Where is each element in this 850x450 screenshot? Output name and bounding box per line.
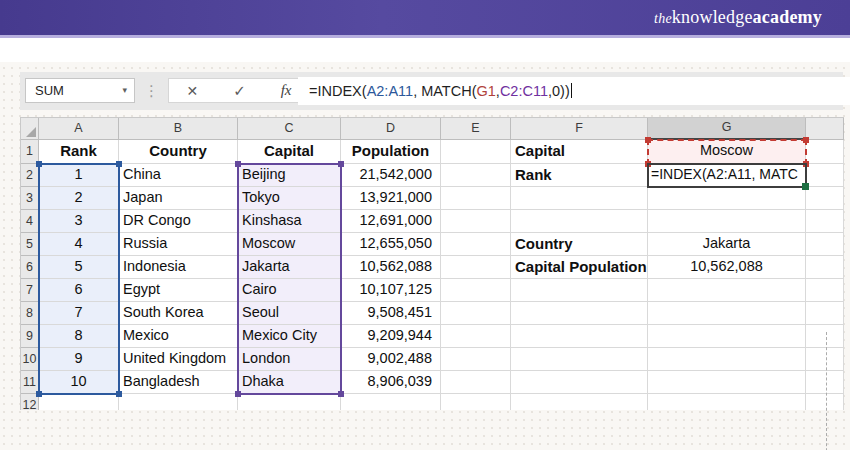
cell-G2-formula-edit[interactable]: =INDEX(A2:A11, MATC	[648, 164, 806, 187]
cell-F3[interactable]	[511, 187, 648, 210]
cell-A10[interactable]: 9	[39, 348, 119, 371]
name-box-dropdown-icon[interactable]: ▾	[122, 79, 127, 102]
cell-F1-capital-label[interactable]: Capital	[511, 140, 648, 164]
cell-E11[interactable]	[441, 371, 511, 394]
cell-A1-rank-header[interactable]: Rank	[39, 140, 119, 164]
formula-input[interactable]: =INDEX(A2:A11, MATCH(G1,C2:C11,0))	[298, 77, 850, 105]
cell-C5[interactable]: Moscow	[238, 233, 341, 256]
cell-G6-population-result[interactable]: 10,562,088	[648, 256, 806, 279]
cell-C8[interactable]: Seoul	[238, 302, 341, 325]
cell-F2-rank-label[interactable]: Rank	[511, 164, 648, 187]
cell-H4[interactable]	[806, 210, 844, 233]
cell-D7[interactable]: 10,107,125	[341, 279, 441, 302]
cell-D2[interactable]: 21,542,000	[341, 164, 441, 187]
cell-A5[interactable]: 4	[39, 233, 119, 256]
cancel-icon[interactable]: ✕	[186, 83, 198, 99]
cell-G11[interactable]	[648, 371, 806, 394]
cell-H12[interactable]	[806, 394, 844, 410]
cell-H9[interactable]	[806, 325, 844, 348]
col-header-D[interactable]: D	[341, 118, 441, 140]
row-header-3[interactable]: 3	[21, 187, 39, 210]
cell-F5-country-label[interactable]: Country	[511, 233, 648, 256]
select-all-corner[interactable]	[21, 118, 39, 140]
cell-B3[interactable]: Japan	[119, 187, 238, 210]
cell-B5[interactable]: Russia	[119, 233, 238, 256]
cell-H1[interactable]	[806, 140, 844, 164]
cell-H10[interactable]	[806, 348, 844, 371]
cell-F12[interactable]	[511, 394, 648, 410]
col-header-F[interactable]: F	[511, 118, 648, 140]
cell-F9[interactable]	[511, 325, 648, 348]
enter-icon[interactable]: ✓	[233, 82, 246, 100]
row-header-10[interactable]: 10	[21, 348, 39, 371]
cell-F10[interactable]	[511, 348, 648, 371]
insert-function-icon[interactable]: fx	[281, 82, 292, 99]
cell-F4[interactable]	[511, 210, 648, 233]
cell-H8[interactable]	[806, 302, 844, 325]
cell-E1[interactable]	[441, 140, 511, 164]
cell-A9[interactable]: 8	[39, 325, 119, 348]
cell-B7[interactable]: Egypt	[119, 279, 238, 302]
cell-D4[interactable]: 12,691,000	[341, 210, 441, 233]
cell-C6[interactable]: Jakarta	[238, 256, 341, 279]
cell-E12[interactable]	[441, 394, 511, 410]
cell-D6[interactable]: 10,562,088	[341, 256, 441, 279]
cell-B11[interactable]: Bangladesh	[119, 371, 238, 394]
col-header-G-selected[interactable]: G	[648, 118, 806, 140]
cell-A8[interactable]: 7	[39, 302, 119, 325]
cell-D9[interactable]: 9,209,944	[341, 325, 441, 348]
cell-C1-capital-header[interactable]: Capital	[238, 140, 341, 164]
row-header-8[interactable]: 8	[21, 302, 39, 325]
col-header-B[interactable]: B	[119, 118, 238, 140]
col-header-H-partial[interactable]	[806, 118, 844, 140]
cell-E10[interactable]	[441, 348, 511, 371]
cell-G1-capital-result[interactable]: Moscow	[648, 140, 806, 164]
cell-G4[interactable]	[648, 210, 806, 233]
cell-E6[interactable]	[441, 256, 511, 279]
cell-A6[interactable]: 5	[39, 256, 119, 279]
row-header-9[interactable]: 9	[21, 325, 39, 348]
cell-G9[interactable]	[648, 325, 806, 348]
cell-A3[interactable]: 2	[39, 187, 119, 210]
cell-E4[interactable]	[441, 210, 511, 233]
cell-E8[interactable]	[441, 302, 511, 325]
cell-D12[interactable]	[341, 394, 441, 410]
cell-A4[interactable]: 3	[39, 210, 119, 233]
col-header-C[interactable]: C	[238, 118, 341, 140]
cell-F11[interactable]	[511, 371, 648, 394]
cell-H6[interactable]	[806, 256, 844, 279]
cell-B6[interactable]: Indonesia	[119, 256, 238, 279]
cell-H7[interactable]	[806, 279, 844, 302]
cell-B9[interactable]: Mexico	[119, 325, 238, 348]
row-header-6[interactable]: 6	[21, 256, 39, 279]
cell-D10[interactable]: 9,002,488	[341, 348, 441, 371]
cell-B1-country-header[interactable]: Country	[119, 140, 238, 164]
cell-G7[interactable]	[648, 279, 806, 302]
row-header-11[interactable]: 11	[21, 371, 39, 394]
cell-D11[interactable]: 8,906,039	[341, 371, 441, 394]
cell-B2[interactable]: China	[119, 164, 238, 187]
cell-A12[interactable]	[39, 394, 119, 410]
cell-C9[interactable]: Mexico City	[238, 325, 341, 348]
row-header-5[interactable]: 5	[21, 233, 39, 256]
cell-E2[interactable]	[441, 164, 511, 187]
cell-H3[interactable]	[806, 187, 844, 210]
cell-C4[interactable]: Kinshasa	[238, 210, 341, 233]
row-header-7[interactable]: 7	[21, 279, 39, 302]
cell-A7[interactable]: 6	[39, 279, 119, 302]
cell-F6-population-label[interactable]: Capital Population	[511, 256, 648, 279]
cell-G12[interactable]	[648, 394, 806, 410]
cell-C10[interactable]: London	[238, 348, 341, 371]
cell-E7[interactable]	[441, 279, 511, 302]
name-box[interactable]: SUM▾	[25, 78, 135, 103]
col-header-A[interactable]: A	[39, 118, 119, 140]
row-header-1[interactable]: 1	[21, 140, 39, 164]
cell-E9[interactable]	[441, 325, 511, 348]
cell-F7[interactable]	[511, 279, 648, 302]
row-header-4[interactable]: 4	[21, 210, 39, 233]
fill-handle[interactable]	[802, 183, 809, 190]
cell-E5[interactable]	[441, 233, 511, 256]
cell-G8[interactable]	[648, 302, 806, 325]
cell-D5[interactable]: 12,655,050	[341, 233, 441, 256]
cell-G10[interactable]	[648, 348, 806, 371]
